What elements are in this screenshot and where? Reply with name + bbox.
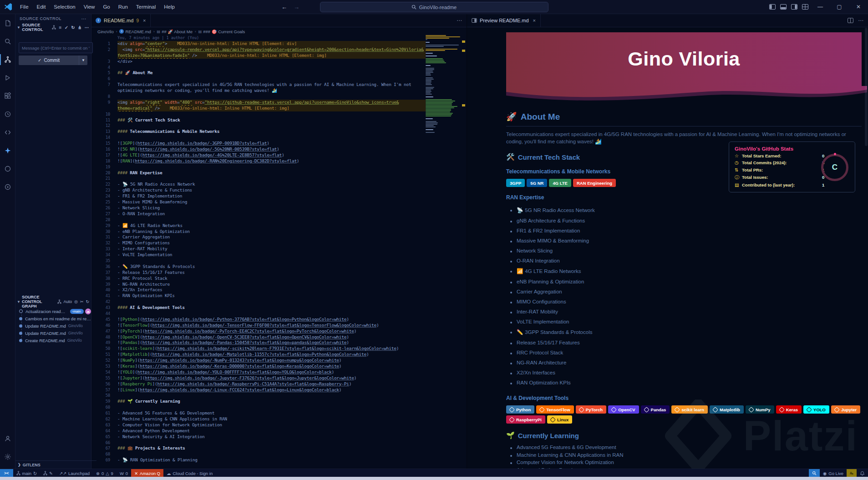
commit-item[interactable]: Create README.mdGinoVilo [15,337,91,344]
code-line[interactable]: 8 [91,94,426,100]
code-line[interactable]: 43#### AI & Development Tools [91,305,426,311]
code-line[interactable]: 24- FR1 & FR2 Implementation [91,193,426,199]
code-line[interactable]: 50![scikit-learn](https://img.shields.io… [91,346,426,352]
code-line[interactable]: 25- Massive MIMO & Beamforming [91,199,426,205]
code-line[interactable]: 17![4G LTE](https://img.shields.io/badge… [91,152,426,158]
code-line[interactable]: 39- NG-RAN Architecture [91,282,426,288]
code-line[interactable]: 21 [91,176,426,182]
preview-more-actions-icon[interactable]: ⋯ [858,17,863,24]
code-line[interactable]: 65- Network Security & AI Integration [91,434,426,440]
extensions-icon[interactable] [0,87,15,105]
branch-icon[interactable] [57,299,61,304]
remote-indicator[interactable]: >< [0,469,13,477]
code-line[interactable]: 55![Jupyter](https://img.shields.io/badg… [91,375,426,381]
menu-selection[interactable]: Selection [50,0,79,14]
code-line[interactable]: 6 [91,76,426,82]
close-tab-icon[interactable]: × [533,18,536,23]
code-line[interactable]: 4 [91,65,426,71]
code-line[interactable]: 5## 🚀 About Me [91,70,426,76]
code-line[interactable]: 20#### RAN Expertise [91,170,426,176]
code-line[interactable]: 58 [91,393,426,399]
chevron-down-icon[interactable]: ▼ [17,25,20,30]
code-line[interactable]: 14 [91,135,426,141]
close-button[interactable]: ✕ [849,0,868,14]
preview-scrollbar[interactable] [865,28,868,146]
breadcrumb-item[interactable]: GinoVilo [97,29,114,34]
split-editor-icon[interactable] [848,18,853,23]
code-line[interactable]: 63- Computer Vision for Network Optimiza… [91,422,426,428]
code-line[interactable]: 34- VoLTE Implementation [91,252,426,258]
remote-explorer-icon[interactable] [0,123,15,141]
explorer-icon[interactable] [0,14,15,32]
editor-more-actions-icon[interactable]: ⋯ [457,17,462,24]
menu-help[interactable]: Help [160,0,179,14]
menu-terminal[interactable]: Terminal [132,0,160,14]
nav-back-button[interactable]: ← [281,4,287,10]
code-line[interactable]: 32- MIMO Configurations [91,240,426,246]
maximize-button[interactable]: ▢ [830,0,849,14]
code-line[interactable]: 67### 💼 Projects & Interests [91,445,426,451]
extension-circle2-icon[interactable] [0,178,15,196]
code-line[interactable]: 15![3GPP](https://img.shields.io/badge/-… [91,141,426,147]
code-line[interactable]: 30- eNB Planning & Optimization [91,229,426,235]
tab-preview-readme[interactable]: Preview README.md × [467,14,541,27]
code-line[interactable]: 56![Raspberry Pi](https://img.shields.io… [91,381,426,387]
notifications-item[interactable] [857,469,868,477]
minimap[interactable] [426,35,460,133]
code-line[interactable]: 28 [91,217,426,223]
code-line[interactable]: 29- 📶 4G LTE Radio Networks [91,223,426,229]
code-line[interactable]: 22- 📡 5G NR Radio Access Network [91,182,426,187]
code-line[interactable]: 53![Keras](https://img.shields.io/badge/… [91,364,426,369]
code-line[interactable]: 31- Carrier Aggregation [91,234,426,240]
search-icon[interactable] [0,32,15,51]
code-line[interactable]: 33- Inter-RAT Mobility [91,246,426,252]
menu-file[interactable]: File [16,0,33,14]
code-line[interactable]: 41- RAN Optimization KPIs [91,293,426,299]
refresh-icon[interactable]: ↻ [71,25,75,30]
code-line[interactable]: 35 [91,258,426,264]
sidebar-more-actions-icon[interactable]: ⋯ [81,16,87,22]
code-line[interactable]: 68 [91,451,426,457]
code-line[interactable]: 66 [91,440,426,446]
branch-status-item[interactable]: main ↻ [13,469,41,477]
code-line[interactable]: 52![NumPy](https://img.shields.io/badge/… [91,358,426,364]
code-line[interactable]: 27- O-RAN Integration [91,211,426,217]
more-actions-icon[interactable]: ⋯ [85,25,89,30]
markdown-preview[interactable]: Gino Viloria 🚀 About Me Telecommunicatio… [467,27,868,469]
settings-gear-icon[interactable] [0,448,15,466]
menu-run[interactable]: Run [114,0,132,14]
source-control-icon[interactable] [0,51,15,69]
copilot-sparkle-icon[interactable] [0,141,15,160]
refresh-icon[interactable]: ↻ [86,299,89,304]
wakatime-item[interactable]: W0 [117,469,131,477]
code-line[interactable]: 23- gNB Architecture & Functions [91,187,426,193]
run-debug-icon[interactable] [0,69,15,87]
code-line[interactable]: 49![Pandas](https://img.shields.io/badge… [91,340,426,346]
code-line[interactable]: 18![RAN](https://img.shields.io/badge/-R… [91,158,426,164]
tab-readme[interactable]: i README.md 9 × [91,14,151,27]
command-center-search[interactable]: GinoVilo-readme [320,2,548,12]
commit-button[interactable]: ✓ Commit ▼ [19,56,87,65]
toggle-panel-icon[interactable] [778,0,789,14]
chevron-down-icon[interactable]: ▼ [17,300,20,304]
breadcrumb-item[interactable]: ▤### 🎯 Current Goals [198,29,245,34]
code-line[interactable]: 48![OpenCV](https://img.shields.io/badge… [91,334,426,340]
commit-check-icon[interactable]: ✓ [65,25,69,30]
breadcrumb[interactable]: GinoVilo›iREADME.md›▤## 🚀 About Me›▤### … [91,27,467,35]
code-line[interactable]: 45![Python](https://img.shields.io/badge… [91,317,426,323]
extension-circle-icon[interactable] [0,160,15,178]
code-line[interactable]: 62- Machine Learning & CNN Applications … [91,416,426,422]
code-line[interactable]: 60 [91,404,426,410]
amazon-q-item[interactable]: ✕Amazon Q [131,469,163,477]
code-line[interactable]: 37- Release 15/16/17 Features [91,270,426,276]
code-line[interactable]: 61- Advanced 5G Features & 6G Developmen… [91,410,426,416]
commit-item[interactable]: Actualizacion readme correcio...◦main☁ [15,308,91,315]
menu-go[interactable]: Go [99,0,114,14]
search-status-item[interactable] [809,469,820,477]
code-line[interactable]: 57![Linux](https://img.shields.io/badge/… [91,387,426,393]
code-line[interactable]: 10 [91,111,426,117]
code-line[interactable]: 26- Network Slicing [91,205,426,211]
code-line[interactable]: 44 [91,311,426,317]
account-icon[interactable] [0,429,15,448]
code-line[interactable]: 42 [91,299,426,305]
